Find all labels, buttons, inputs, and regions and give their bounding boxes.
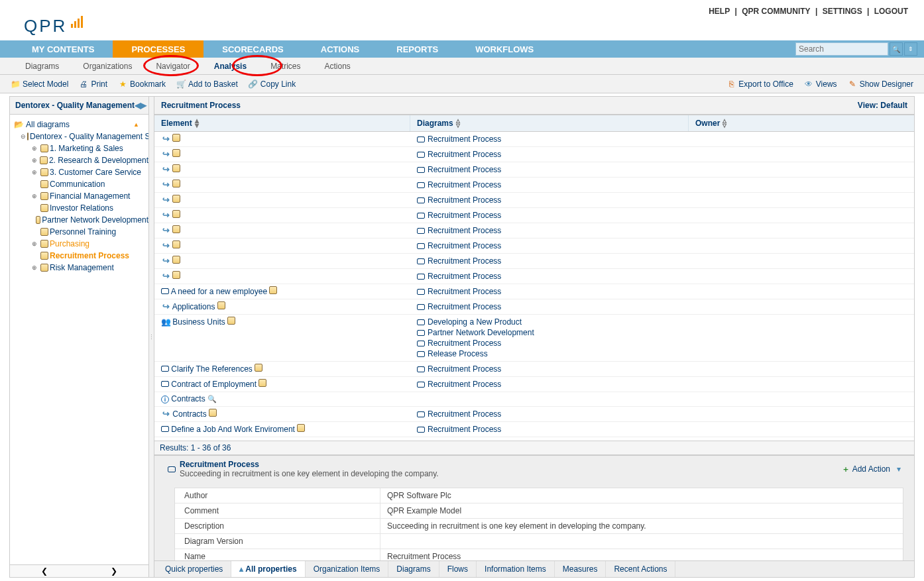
grid-row[interactable]: 👥 Business Units Developing a New Produc…	[154, 315, 914, 362]
element-link[interactable]: Contracts	[172, 409, 206, 419]
diagram-link[interactable]: Recruitment Process	[428, 211, 501, 220]
element-link[interactable]: Clarify The References	[171, 364, 253, 374]
person-icon[interactable]	[217, 301, 225, 309]
bookmark-button[interactable]: ★Bookmark	[118, 79, 166, 89]
tree-item-link[interactable]: Recruitment Process	[50, 251, 129, 260]
element-link[interactable]: A need for a new employee	[171, 287, 267, 296]
expander-icon[interactable]: ⊕	[30, 157, 38, 164]
subnav-navigator[interactable]: Navigator	[144, 62, 202, 71]
grid-row[interactable]: ↪ Recruitment Process	[154, 223, 914, 238]
element-link[interactable]: Business Units	[172, 317, 225, 327]
diagram-link[interactable]: Recruitment Process	[428, 256, 501, 266]
expander-icon[interactable]: ⊕	[30, 193, 39, 199]
copy-link-button[interactable]: 🔗Copy Link	[249, 79, 296, 89]
expander-icon[interactable]: ⊕	[30, 145, 39, 152]
diagram-link[interactable]: Partner Network Development	[428, 328, 534, 337]
properties-tab[interactable]: Diagrams	[388, 561, 439, 577]
subnav-analysis[interactable]: Analysis	[202, 62, 259, 71]
search-button[interactable]: 🔍	[890, 42, 903, 56]
tree-item-link[interactable]: 1. Marketing & Sales	[50, 144, 123, 153]
person-icon[interactable]	[172, 256, 180, 264]
person-icon[interactable]	[227, 317, 235, 325]
properties-tab[interactable]: Measures	[555, 561, 606, 577]
grid-row[interactable]: ↪ Recruitment Process	[154, 178, 914, 193]
person-icon[interactable]	[297, 424, 305, 432]
tree-item-link[interactable]: 2. Research & Development	[49, 156, 148, 165]
logout-link[interactable]: LOGOUT	[874, 7, 908, 16]
select-model-button[interactable]: 📁Select Model	[11, 79, 68, 89]
person-icon[interactable]	[172, 271, 180, 279]
diagram-link[interactable]: Recruitment Process	[428, 272, 501, 281]
diagram-link[interactable]: Recruitment Process	[428, 409, 501, 419]
properties-table[interactable]: AuthorQPR Software PlcCommentQPR Example…	[174, 488, 903, 560]
grid-row[interactable]: ↪ Recruitment Process	[154, 238, 914, 254]
nav-reports[interactable]: REPORTS	[378, 40, 457, 58]
diagram-link[interactable]: Recruitment Process	[428, 180, 501, 189]
nav-processes[interactable]: PROCESSES	[113, 40, 203, 58]
person-icon[interactable]	[172, 240, 180, 248]
element-link[interactable]: Contract of Employment	[171, 380, 257, 389]
person-icon[interactable]	[172, 180, 180, 187]
grid-row[interactable]: i Contracts 🔍	[154, 392, 914, 407]
diagram-link[interactable]: Recruitment Process	[428, 226, 501, 235]
grid-row[interactable]: Define a Job And Work Enviroment Recruit…	[154, 422, 914, 437]
person-icon[interactable]	[255, 364, 262, 372]
col-owner[interactable]: Owner▵▿	[689, 115, 914, 131]
properties-tab[interactable]: ▴ All properties	[231, 561, 305, 577]
settings-link[interactable]: SETTINGS	[823, 7, 862, 16]
expand-collapse-button[interactable]: ⇕	[904, 42, 917, 56]
grid-row[interactable]: ↪ Recruitment Process	[154, 254, 914, 269]
person-icon[interactable]	[172, 195, 180, 203]
diagram-link[interactable]: Release Process	[428, 349, 488, 358]
grid-row[interactable]: Contract of Employment Recruitment Proce…	[154, 377, 914, 392]
person-icon[interactable]	[172, 225, 180, 233]
tree-item-link[interactable]: Dentorex - Quality Management S	[30, 132, 148, 141]
grid-row[interactable]: ↪ Recruitment Process	[154, 147, 914, 162]
tree-item-link[interactable]: 3. Customer Care Service	[50, 168, 141, 177]
add-to-basket-button[interactable]: 🛒Add to Basket	[176, 79, 238, 89]
properties-tab[interactable]: Quick properties	[157, 561, 231, 577]
diagram-link[interactable]: Recruitment Process	[428, 302, 501, 311]
diagram-link[interactable]: Recruitment Process	[428, 339, 501, 348]
diagram-link[interactable]: Developing a New Product	[428, 317, 522, 327]
properties-tab[interactable]: Recent Actions	[606, 561, 675, 577]
community-link[interactable]: QPR COMMUNITY	[742, 7, 810, 16]
nav-my-contents[interactable]: MY CONTENTS	[13, 40, 113, 58]
diagram-link[interactable]: Recruitment Process	[428, 287, 501, 296]
grid-row[interactable]: A need for a new employee Recruitment Pr…	[154, 284, 914, 299]
properties-tab[interactable]: Organization Items	[306, 561, 389, 577]
person-icon[interactable]	[209, 409, 217, 417]
person-icon[interactable]	[172, 210, 180, 218]
show-designer-button[interactable]: ✎Show Designer	[848, 79, 913, 89]
properties-tab[interactable]: Flows	[439, 561, 477, 577]
element-link[interactable]: Contracts	[171, 394, 205, 403]
export-to-office-button[interactable]: ⎘Export to Office	[726, 79, 793, 89]
person-icon[interactable]	[172, 134, 180, 142]
person-icon[interactable]	[259, 379, 266, 387]
grid-row[interactable]: ↪ Recruitment Process	[154, 132, 914, 147]
tree-splitter[interactable]: ⋮	[149, 97, 154, 577]
element-link[interactable]: Define a Job And Work Enviroment	[171, 425, 295, 434]
col-element[interactable]: Element▴▾	[154, 115, 410, 131]
tree-item-link[interactable]: Partner Network Development	[42, 215, 148, 225]
diagram-link[interactable]: Recruitment Process	[428, 364, 501, 374]
grid-row[interactable]: ↪ Contracts Recruitment Process	[154, 407, 914, 422]
help-link[interactable]: HELP	[709, 7, 730, 16]
tree-item-link[interactable]: Risk Management	[50, 263, 114, 272]
person-icon[interactable]	[172, 164, 180, 172]
properties-tab[interactable]: Information Items	[477, 561, 555, 577]
col-diagrams[interactable]: Diagrams▵▿	[410, 115, 689, 131]
tree-item-link[interactable]: Communication	[50, 180, 105, 189]
grid-row[interactable]: ↪ Recruitment Process	[154, 193, 914, 208]
nav-scorecards[interactable]: SCORECARDS	[203, 40, 302, 58]
tree-item-link[interactable]: Investor Relations	[50, 203, 113, 213]
nav-workflows[interactable]: WORKFLOWS	[457, 40, 552, 58]
diagram-link[interactable]: Recruitment Process	[428, 150, 501, 159]
subnav-matrices[interactable]: Matrices	[259, 62, 312, 71]
grid-row[interactable]: ↪ Applications Recruitment Process	[154, 299, 914, 315]
print-button[interactable]: 🖨Print	[79, 79, 107, 89]
nav-actions[interactable]: ACTIONS	[302, 40, 378, 58]
views-button[interactable]: 👁Views	[804, 79, 837, 89]
expander-icon[interactable]: ⊕	[30, 169, 39, 176]
diagram-link[interactable]: Recruitment Process	[428, 380, 501, 389]
